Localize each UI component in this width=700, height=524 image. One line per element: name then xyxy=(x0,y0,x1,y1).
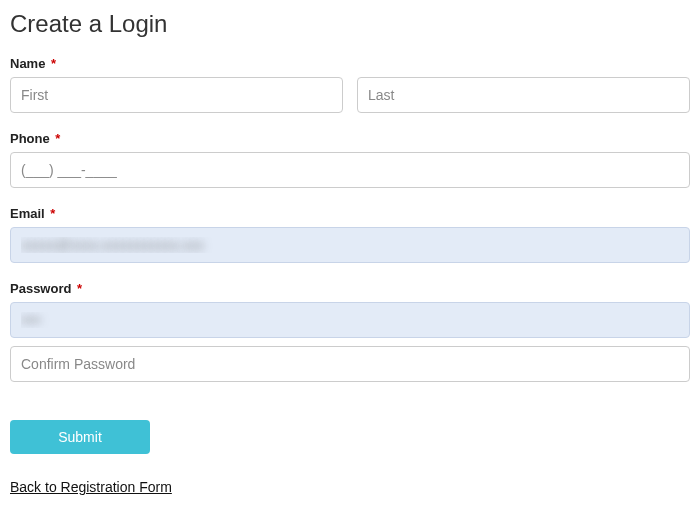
submit-button[interactable]: Submit xyxy=(10,420,150,454)
last-name-input[interactable] xyxy=(357,77,690,113)
password-label: Password * xyxy=(10,281,690,296)
phone-group: Phone * xyxy=(10,131,690,188)
phone-label: Phone * xyxy=(10,131,690,146)
back-to-registration-link[interactable]: Back to Registration Form xyxy=(10,479,172,495)
email-label: Email * xyxy=(10,206,690,221)
password-label-text: Password xyxy=(10,281,71,296)
phone-input[interactable] xyxy=(10,152,690,188)
email-group: Email * xyxy=(10,206,690,263)
name-label: Name * xyxy=(10,56,690,71)
name-label-text: Name xyxy=(10,56,45,71)
phone-label-text: Phone xyxy=(10,131,50,146)
password-input[interactable] xyxy=(10,302,690,338)
required-indicator: * xyxy=(77,281,82,296)
required-indicator: * xyxy=(55,131,60,146)
required-indicator: * xyxy=(51,56,56,71)
email-input[interactable] xyxy=(10,227,690,263)
name-group: Name * xyxy=(10,56,690,113)
confirm-password-input[interactable] xyxy=(10,346,690,382)
email-label-text: Email xyxy=(10,206,45,221)
first-name-input[interactable] xyxy=(10,77,343,113)
page-title: Create a Login xyxy=(10,10,690,38)
required-indicator: * xyxy=(50,206,55,221)
password-group: Password * xyxy=(10,281,690,382)
